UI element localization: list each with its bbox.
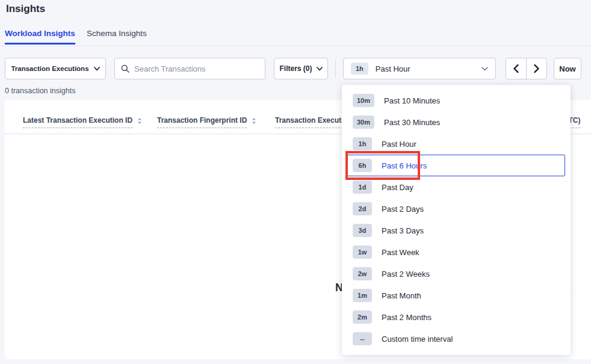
time-badge: 2d [353, 202, 372, 215]
time-badge: 30m [353, 116, 374, 129]
time-badge: 1h [353, 137, 372, 150]
menu-item-label: Past Month [382, 291, 421, 300]
chevron-left-icon [513, 64, 519, 73]
search-input[interactable] [134, 64, 259, 73]
next-interval-button[interactable] [526, 58, 547, 79]
previous-interval-button[interactable] [506, 58, 527, 79]
time-badge: 1m [353, 289, 372, 302]
insights-count: 0 transaction insights [5, 87, 75, 95]
now-button[interactable]: Now [554, 58, 581, 79]
search-icon [121, 64, 129, 73]
time-badge: 1w [353, 245, 372, 259]
filters-button[interactable]: Filters (0) [274, 58, 328, 79]
menu-item-past-hour[interactable]: 1h Past Hour [347, 133, 565, 155]
insights-page: Insights Workload Insights Schema Insigh… [0, 0, 591, 364]
menu-item-past-month[interactable]: 1m Past Month [347, 285, 565, 306]
menu-item-past-week[interactable]: 1w Past Week [347, 241, 565, 263]
menu-item-past-2-days[interactable]: 2d Past 2 Days [347, 198, 565, 220]
chevron-down-icon [481, 67, 488, 71]
time-range-arrows [506, 58, 547, 79]
page-title: Insights [6, 3, 45, 15]
menu-item-label: Past 6 Hours [382, 161, 427, 170]
filters-button-label: Filters (0) [279, 64, 312, 73]
tab-bar: Workload Insights Schema Insights [0, 26, 591, 46]
menu-item-custom-time-interval[interactable]: -- Custom time interval [347, 328, 565, 350]
menu-item-label: Past 10 Minutes [384, 96, 440, 105]
menu-item-past-2-months[interactable]: 2m Past 2 Months [347, 306, 565, 328]
menu-item-label: Past Hour [382, 140, 416, 149]
menu-item-label: Past 2 Weeks [382, 270, 430, 279]
column-header-label[interactable]: Latest Transaction Execution ID [23, 116, 132, 128]
menu-item-label: Past 2 Months [382, 313, 432, 322]
menu-item-label: Past Day [382, 183, 413, 192]
toolbar-divider [335, 60, 336, 78]
time-badge: 2m [353, 310, 372, 324]
time-range-badge: 1h [351, 63, 368, 75]
menu-item-past-10-minutes[interactable]: 10m Past 10 Minutes [347, 90, 565, 111]
time-badge: 1d [353, 180, 372, 194]
chevron-down-icon [317, 67, 323, 71]
tab-workload-insights[interactable]: Workload Insights [5, 29, 75, 38]
menu-item-past-3-days[interactable]: 3d Past 3 Days [347, 220, 565, 241]
insight-type-select-label: Transaction Executions [11, 65, 88, 72]
sort-icon[interactable] [137, 117, 142, 125]
column-header-label[interactable]: Transaction Fingerprint ID [157, 116, 247, 128]
column-header-transaction-execution: Transaction Execution [275, 116, 352, 128]
time-badge: 3d [353, 224, 372, 237]
insight-type-select[interactable]: Transaction Executions [5, 58, 106, 79]
menu-item-label: Past Week [382, 248, 419, 257]
time-range-select[interactable]: 1h Past Hour [343, 58, 496, 79]
time-badge: 2w [353, 267, 372, 280]
menu-item-label: Past 30 Minutes [384, 118, 440, 127]
column-header-latest-transaction-execution-id: Latest Transaction Execution ID [23, 116, 142, 128]
time-badge: 6h [353, 159, 372, 172]
column-header-transaction-fingerprint-id: Transaction Fingerprint ID [157, 116, 256, 128]
sort-icon[interactable] [252, 117, 256, 125]
menu-item-label: Custom time interval [382, 335, 453, 344]
menu-item-label: Past 3 Days [382, 226, 424, 235]
time-range-dropdown-menu: 10m Past 10 Minutes 30m Past 30 Minutes … [342, 85, 571, 355]
menu-item-past-30-minutes[interactable]: 30m Past 30 Minutes [347, 111, 565, 133]
column-header-label[interactable]: Transaction Execution [275, 116, 352, 128]
menu-item-past-day[interactable]: 1d Past Day [347, 176, 565, 198]
tab-schema-insights[interactable]: Schema Insights [87, 29, 147, 38]
menu-item-past-6-hours[interactable]: 6h Past 6 Hours [347, 155, 565, 176]
menu-item-past-2-weeks[interactable]: 2w Past 2 Weeks [347, 263, 565, 285]
chevron-down-icon [94, 67, 100, 71]
time-badge: -- [353, 332, 372, 345]
menu-item-label: Past 2 Days [382, 205, 424, 214]
chevron-right-icon [534, 64, 539, 73]
time-range-label: Past Hour [376, 64, 474, 73]
time-badge: 10m [353, 94, 374, 107]
search-transactions-box[interactable] [114, 58, 265, 79]
